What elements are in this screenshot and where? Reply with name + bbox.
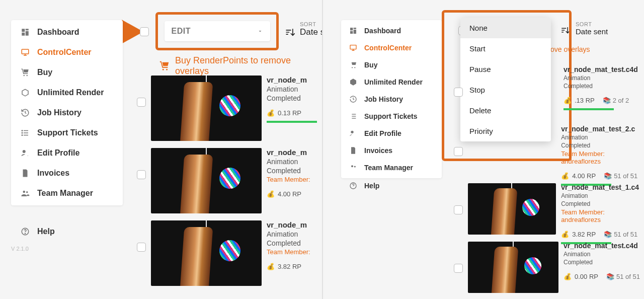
nav-label: Unlimited Render — [364, 78, 423, 86]
edit-dropdown-highlight: EDIT — [155, 12, 279, 50]
job-type: Animation — [267, 85, 322, 93]
job-name: vr_node_mat_test.c4d — [564, 65, 638, 73]
version-label: V 2.1.0 — [11, 246, 29, 252]
nav-label: Buy — [37, 68, 52, 77]
nav-label: Help — [37, 227, 55, 236]
coin-icon: 💰 — [561, 172, 569, 180]
coin-icon: 💰 — [564, 273, 572, 280]
cart-icon — [348, 60, 358, 70]
help-icon — [20, 227, 30, 237]
job-thumbnail[interactable] — [151, 148, 262, 213]
sidebar-item-unlimited[interactable]: Unlimited Render — [11, 83, 123, 103]
sidebar-item-editprofile[interactable]: Edit Profile — [11, 143, 123, 163]
job-type: Animation — [561, 134, 644, 141]
buy-renderpoints-link[interactable]: Buy RenderPoints to remove overlays — [159, 55, 322, 77]
sidebar-item-tickets[interactable]: Support Tickets — [341, 108, 442, 125]
svg-rect-5 — [22, 49, 29, 54]
sort-label: SORT — [576, 21, 608, 27]
job-name: vr_node_mat_test_1.c4 — [561, 183, 644, 191]
job-thumbnail[interactable] — [151, 220, 262, 286]
nav-label: Invoices — [37, 169, 69, 178]
sidebar-item-unlimited[interactable]: Unlimited Render — [341, 73, 442, 91]
job-checkbox[interactable] — [454, 205, 463, 214]
job-thumbnail[interactable] — [468, 183, 556, 235]
svg-point-22 — [166, 69, 168, 70]
job-status: Completed — [561, 200, 644, 207]
coin-icon: 💰 — [267, 263, 275, 270]
nav-label: Team Manager — [37, 189, 93, 198]
job-name: vr_node_mat_test.c4d — [564, 242, 640, 250]
nav-label: Edit Profile — [37, 148, 79, 158]
sidebar-item-dashboard[interactable]: Dashboard — [341, 22, 442, 39]
job-checkbox[interactable] — [137, 170, 146, 179]
select-all-checkbox[interactable] — [140, 27, 149, 36]
chevron-down-icon — [257, 28, 263, 34]
job-rp: 0.13 RP — [278, 109, 301, 117]
sidebar-item-jobhistory[interactable]: Job History — [11, 103, 123, 123]
progress-bar — [267, 121, 317, 123]
sidebar-item-editprofile[interactable]: Edit Profile — [341, 125, 442, 142]
nav-label: ControlCenter — [37, 48, 92, 57]
sidebar: Dashboard ControlCenter Buy Unlimited Re… — [11, 20, 123, 205]
sidebar-item-help[interactable]: Help — [341, 177, 442, 194]
sidebar-item-controlcenter[interactable]: ControlCenter — [11, 42, 123, 62]
job-thumbnail[interactable] — [468, 242, 558, 293]
job-name: vr_node_mat_test_2.c — [561, 125, 644, 133]
list-icon — [20, 128, 30, 138]
sort-control[interactable]: SORT Date sent — [560, 21, 636, 36]
nav-label: Job History — [37, 108, 82, 117]
buy-link-text: Buy RenderPoints to remove overlays — [175, 55, 322, 77]
job-checkbox[interactable] — [454, 264, 463, 273]
box-icon — [348, 77, 358, 87]
nav-label: Team Manager — [364, 164, 413, 172]
sort-control[interactable]: SORT Date s — [285, 21, 322, 37]
sidebar-item-buy[interactable]: Buy — [341, 56, 442, 73]
job-checkbox[interactable] — [137, 243, 146, 252]
job-member: Team Member: — [267, 176, 322, 183]
menu-item-start[interactable]: Start — [460, 38, 551, 59]
sidebar-item-dashboard[interactable]: Dashboard — [11, 22, 123, 42]
nav-label: Unlimited Render — [37, 88, 104, 97]
svg-rect-3 — [26, 31, 29, 36]
sidebar-item-controlcenter[interactable]: ControlCenter — [341, 39, 442, 56]
user-edit-icon — [20, 148, 30, 158]
sidebar-item-teammanager[interactable]: Team Manager — [11, 183, 123, 203]
sidebar-item-buy[interactable]: Buy — [11, 62, 123, 83]
job-checkbox[interactable] — [454, 147, 463, 156]
svg-point-17 — [23, 191, 26, 193]
job-rp: 3.82 RP — [278, 263, 301, 270]
sidebar-item-help[interactable]: Help — [11, 221, 123, 242]
job-meta: vr_node_m Animation Completed Team Membe… — [267, 220, 322, 286]
job-status: Completed — [267, 167, 322, 175]
svg-point-35 — [351, 131, 353, 133]
job-rp: 4.00 RP — [572, 172, 596, 180]
job-meta: vr_node_mat_test.c4d Animation Completed… — [564, 242, 640, 293]
job-row: vr_node_m Animation Completed Team Membe… — [137, 220, 322, 286]
coin-icon: 💰 — [564, 97, 572, 104]
list-icon — [348, 111, 358, 121]
menu-item-none[interactable]: None — [460, 18, 551, 38]
sidebar-item-invoices[interactable]: Invoices — [11, 163, 123, 183]
edit-dropdown[interactable]: EDIT — [165, 21, 270, 41]
nav-label: ControlCenter — [364, 44, 412, 52]
history-icon — [20, 108, 30, 118]
sidebar-item-invoices[interactable]: Invoices — [341, 142, 442, 159]
job-checkbox[interactable] — [454, 88, 463, 97]
job-checkbox[interactable] — [137, 98, 146, 107]
job-rp: 3.82 RP — [572, 231, 596, 238]
sidebar-item-teammanager[interactable]: Team Manager — [341, 159, 442, 176]
sidebar-item-jobhistory[interactable]: Job History — [341, 91, 442, 108]
svg-rect-26 — [350, 31, 353, 34]
nav-label: Edit Profile — [364, 129, 401, 137]
sort-icon — [285, 27, 295, 37]
history-icon — [348, 94, 358, 104]
nav-label: Invoices — [364, 146, 392, 155]
sidebar-item-tickets[interactable]: Support Tickets — [11, 123, 123, 143]
svg-rect-27 — [350, 45, 356, 49]
team-icon — [20, 188, 30, 198]
job-thumbnail[interactable] — [151, 76, 262, 141]
job-meta: vr_node_m Animation Completed Team Membe… — [267, 148, 322, 213]
cart-icon — [159, 60, 170, 71]
job-name: vr_node_m — [267, 220, 322, 229]
job-frames: 📚 51 of 51 — [604, 172, 637, 180]
